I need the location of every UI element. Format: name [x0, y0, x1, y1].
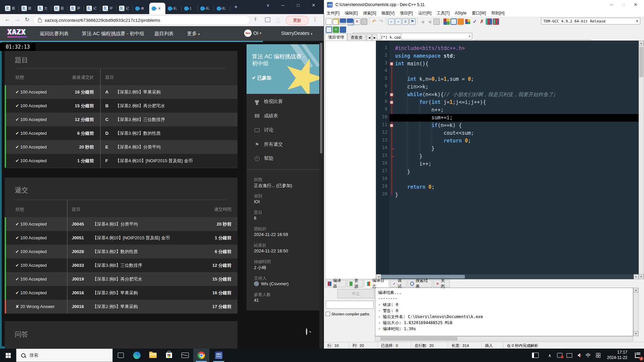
- fold-collapse-icon[interactable]: [390, 124, 393, 127]
- tray-app-badge-icon[interactable]: [555, 349, 564, 362]
- toolbar-package-icon[interactable]: [433, 18, 440, 25]
- toolbar-goto-line-icon[interactable]: ≡: [402, 18, 409, 25]
- problem-title[interactable]: 【深基4.例3】分类平均: [115, 140, 161, 154]
- browser-tab[interactable]: 夂评: [100, 3, 116, 14]
- problem-row[interactable]: ✔ 100 Accepted1 分鐘前F【深基4.例10】[NOIP2015 普…: [5, 154, 237, 168]
- volume-muted-icon[interactable]: ✕: [574, 349, 582, 362]
- task-view-button[interactable]: [113, 349, 129, 362]
- menu-工具[interactable]: 工具[T]: [434, 10, 452, 16]
- toolbar-redo-icon[interactable]: ↷: [378, 18, 384, 25]
- browser-tab[interactable]: 夂记: [117, 3, 133, 14]
- nav-back-to-contests[interactable]: 返回比赛列表: [40, 31, 69, 37]
- code-line[interactable]: for(int j=1;j<=i;j++){: [395, 99, 486, 106]
- nav-contest-name[interactable]: 算法 AC 编程挑战赛 - 初中组: [82, 31, 144, 37]
- browser-tab[interactable]: 夂題: [52, 3, 68, 14]
- address-bar[interactable]: xazxoj.cn/contest/673866229cbd9d933c217c…: [33, 15, 250, 25]
- toolbar-find-icon[interactable]: ⌕: [388, 18, 394, 25]
- tray-display-icon[interactable]: [565, 349, 574, 362]
- code-line[interactable]: using namespace std;: [395, 52, 456, 60]
- reload-button[interactable]: ↻: [25, 16, 29, 23]
- scroll-up-arrow[interactable]: ▴: [633, 288, 638, 293]
- taskbar-clock[interactable]: 17:17 2024-11-22: [604, 349, 630, 362]
- taskbar-store[interactable]: [161, 349, 177, 362]
- toolbar-project-new-icon[interactable]: [326, 26, 332, 33]
- log-vscrollbar[interactable]: [633, 288, 639, 336]
- taskbar-edge[interactable]: [129, 349, 145, 362]
- nav-problem-list[interactable]: 题目列表: [154, 31, 174, 37]
- chrome-menu-kebab-icon[interactable]: ⋮: [313, 16, 318, 22]
- tab-close-icon[interactable]: ✕: [158, 6, 161, 11]
- browser-tab[interactable]: ✕: [149, 3, 165, 14]
- problem-row[interactable]: ✔ 100 Accepted15 分鐘前B【深基2.例8】再分肥宅水: [5, 99, 237, 113]
- submission-id[interactable]: J0019: [72, 272, 84, 286]
- toolbar-run-icon[interactable]: [450, 18, 457, 25]
- problem-title[interactable]: 【深基3.例8】三位数排序: [115, 113, 165, 126]
- code-line[interactable]: if(n==k) {: [395, 122, 462, 129]
- bottom-tab-调试[interactable]: ✓调试: [390, 280, 407, 287]
- toolbar-open-file-icon[interactable]: [333, 18, 339, 25]
- menu-搜索[interactable]: 搜索[S]: [361, 10, 379, 16]
- submission-row[interactable]: ✔ 100 AcceptedJ0045【深基4.例3】分类平均20 秒前: [5, 217, 237, 231]
- editor-vscrollbar-thumb[interactable]: [639, 47, 643, 77]
- fold-collapse-icon[interactable]: [390, 62, 393, 66]
- problem-title[interactable]: 【深基3.例8】三位数排序: [93, 258, 142, 272]
- browser-tab[interactable]: 乱: [165, 3, 181, 14]
- submission-id[interactable]: J0016: [72, 286, 84, 300]
- abort-button[interactable]: 中止: [337, 289, 374, 298]
- dev-close-button[interactable]: ✕: [630, 0, 641, 9]
- taskbar-explorer[interactable]: [145, 349, 161, 362]
- toolbar-stop-icon[interactable]: ✗: [479, 18, 485, 25]
- dev-minimize-button[interactable]: ─: [606, 0, 617, 9]
- toolbar-save-all-icon[interactable]: [347, 18, 353, 25]
- problem-title[interactable]: 【深基2.例5】苹果采购: [115, 85, 161, 99]
- editor-tab-kcpp[interactable]: [*] k.cpp: [380, 34, 401, 41]
- compiler-select[interactable]: TDM-GCC 4.9.2 64-bit Release▼: [541, 18, 640, 24]
- compile-log[interactable]: 编译结果...--------- 错误: 0- 警告: 0- 输出文件名: C:…: [375, 288, 633, 336]
- browser-tab[interactable]: 乱: [198, 3, 214, 14]
- code-line[interactable]: int main(){: [395, 60, 428, 68]
- toolbar-rebuild-icon[interactable]: [465, 18, 471, 25]
- taskbar-mail[interactable]: [177, 349, 193, 362]
- taskbar-chrome[interactable]: [193, 349, 209, 362]
- scroll-up-arrow[interactable]: ▴: [639, 41, 644, 46]
- nav-oi-dropdown[interactable]: Noi OI ▾: [244, 29, 261, 37]
- problem-title[interactable]: 【深基2.例8】再分肥宅水: [115, 99, 165, 113]
- fold-collapse-icon[interactable]: [390, 93, 393, 97]
- toolbar-replace-icon[interactable]: ⌕: [395, 18, 401, 25]
- toolbar-bookmark-icon[interactable]: ⚑: [409, 18, 416, 25]
- toolbar-compile-icon[interactable]: [443, 18, 450, 25]
- tray-window-icon[interactable]: [529, 349, 541, 362]
- log-hscrollbar-thumb[interactable]: [380, 337, 458, 341]
- code-line[interactable]: }: [395, 145, 434, 153]
- code-line[interactable]: sum+=i;: [395, 114, 453, 122]
- window-maximize-button[interactable]: □: [292, 0, 304, 10]
- panel-tab-left-arrow[interactable]: ◂: [367, 34, 372, 41]
- code-line[interactable]: return 0;: [395, 183, 434, 191]
- toolbar-syntax-check-icon[interactable]: ✓: [472, 18, 478, 25]
- new-tab-button[interactable]: +: [234, 4, 238, 10]
- site-logo[interactable]: XAZX: [7, 28, 26, 36]
- toolbar-save-icon[interactable]: [340, 18, 346, 25]
- window-close-button[interactable]: ✕: [308, 0, 319, 10]
- submission-id[interactable]: J0033: [72, 258, 84, 272]
- scroll-down-arrow[interactable]: ▾: [639, 274, 644, 279]
- menu-scoreboard[interactable]: 成績表: [254, 111, 278, 121]
- menu-all-submissions[interactable]: ⚑所有遞交: [254, 140, 283, 149]
- submission-row[interactable]: ✘ 20 Wrong AnswerJ0016【深基2.例5】苹果采购17 分鐘前: [5, 300, 237, 313]
- problem-title[interactable]: 【深基2.例5】苹果采购: [93, 286, 138, 300]
- problem-row[interactable]: ✔ 100 Accepted12 分鐘前C【深基3.例8】三位数排序: [5, 113, 237, 126]
- code-line[interactable]: cout<<sum;: [395, 129, 474, 137]
- project-manager-panel[interactable]: [325, 41, 376, 279]
- problem-title[interactable]: 【深基2.例8】再分肥宅水: [93, 272, 142, 286]
- bottom-tab-资源[interactable]: 资源: [347, 280, 363, 287]
- scroll-down-arrow[interactable]: ▾: [633, 331, 638, 336]
- menu-项目[interactable]: 项目[P]: [397, 10, 416, 16]
- url-text[interactable]: xazxoj.cn/contest/673866229cbd9d933c217c…: [45, 18, 160, 23]
- toolbar-print-icon[interactable]: [361, 18, 367, 25]
- scroll-right-arrow[interactable]: ▸: [634, 274, 639, 279]
- browser-tab[interactable]: 倉: [133, 3, 149, 14]
- problem-title[interactable]: 【深基3.例2】数的性质: [93, 245, 138, 258]
- tab-project-manager[interactable]: 项目管理: [325, 34, 347, 41]
- share-icon[interactable]: ⇪: [254, 16, 257, 21]
- submission-id[interactable]: J0051: [72, 231, 84, 245]
